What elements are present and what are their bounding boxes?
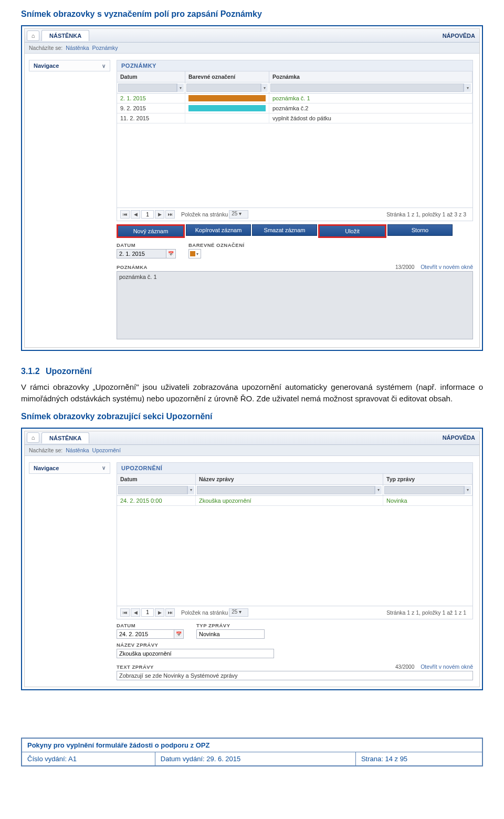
tab-nastenka[interactable]: NÁSTĚNKA: [41, 432, 89, 443]
nav-label: Navigace: [34, 465, 59, 471]
nav-label: Navigace: [34, 63, 59, 69]
color-swatch-orange: [188, 95, 266, 101]
page-last-button[interactable]: ⏭: [165, 608, 175, 617]
nav-card[interactable]: Navigace ∨: [29, 462, 110, 474]
page-next-button[interactable]: ▶: [155, 210, 164, 219]
delete-record-button[interactable]: Smazat záznam: [252, 224, 317, 236]
label-datum: DATUM: [117, 242, 176, 248]
breadcrumb-item[interactable]: Upozornění: [92, 447, 121, 453]
filter-toggle-icon[interactable]: ▾: [375, 486, 382, 494]
type-field: Novinka: [196, 629, 265, 639]
label-nazev: NÁZEV ZPRÁVY: [117, 642, 473, 648]
filter-typ[interactable]: [384, 486, 464, 494]
filter-nazev[interactable]: [197, 486, 375, 494]
filter-toggle-icon[interactable]: ▾: [187, 486, 194, 494]
cell-date: 2. 1. 2015: [117, 94, 185, 103]
name-field: Zkouška upozornění: [117, 649, 274, 658]
date-field: [117, 629, 174, 639]
pager-info: Stránka 1 z 1, položky 1 až 3 z 3: [386, 211, 466, 217]
home-icon[interactable]: ⌂: [27, 432, 39, 443]
filter-toggle-icon[interactable]: ▾: [177, 84, 184, 92]
cell-note: poznámka č. 1: [269, 94, 472, 103]
footer-title: Pokyny pro vyplnění formuláře žádosti o …: [22, 738, 482, 752]
pager-info: Stránka 1 z 1, položky 1 až 1 z 1: [386, 609, 466, 616]
nav-card[interactable]: Navigace ∨: [29, 60, 110, 71]
cell-color: [185, 94, 269, 103]
char-counter: 13/2000: [395, 264, 414, 270]
calendar-icon[interactable]: 📅: [166, 249, 176, 258]
cell-date: 9. 2. 2015: [117, 103, 185, 113]
filter-datum[interactable]: [118, 486, 187, 494]
filter-datum[interactable]: [118, 84, 177, 92]
date-field[interactable]: [117, 249, 166, 258]
filter-toggle-icon[interactable]: ▾: [464, 486, 471, 494]
open-in-new-window-link[interactable]: Otevřít v novém okně: [421, 664, 473, 670]
grid-empty-area: [117, 123, 472, 208]
page-last-button[interactable]: ⏭: [165, 210, 175, 219]
label-poznamka: POZNÁMKA: [117, 264, 148, 270]
page-prev-button[interactable]: ◀: [131, 608, 140, 617]
page-prev-button[interactable]: ◀: [131, 210, 140, 219]
panel-title: UPOZORNĚNÍ: [117, 462, 473, 474]
page-size-label: Položek na stránku: [181, 211, 228, 217]
col-header-nazev[interactable]: Název zprávy: [196, 474, 383, 484]
note-textarea[interactable]: poznámka č. 1: [117, 271, 473, 339]
chevron-down-icon: ▾: [196, 252, 198, 256]
filter-barva[interactable]: [186, 84, 261, 92]
page-next-button[interactable]: ▶: [155, 608, 164, 617]
cancel-button[interactable]: Storno: [387, 224, 453, 236]
section-number: 3.1.2: [21, 367, 40, 376]
char-counter: 43/2000: [395, 664, 414, 670]
help-link[interactable]: NÁPOVĚDA: [443, 434, 475, 441]
col-header-poznamka[interactable]: Poznámka: [269, 71, 472, 82]
col-header-barva[interactable]: Barevné označení: [185, 71, 269, 82]
breadcrumb-label: Nacházíte se:: [29, 45, 62, 51]
screenshot-poznamky: ⌂ NÁSTĚNKA NÁPOVĚDA Nacházíte se: Nástěn…: [21, 25, 483, 351]
filter-toggle-icon[interactable]: ▾: [464, 84, 471, 92]
col-header-datum[interactable]: Datum: [117, 474, 196, 484]
cell-note: poznámka č.2: [269, 103, 472, 113]
page-input[interactable]: [141, 608, 154, 617]
breadcrumb-item[interactable]: Nástěnka: [66, 45, 89, 51]
chevron-down-icon: ∨: [102, 465, 106, 471]
label-text: TEXT ZPRÁVY: [117, 664, 154, 670]
new-record-button[interactable]: Nový záznam: [118, 226, 183, 236]
chevron-down-icon: ∨: [102, 63, 106, 69]
color-swatch-cyan: [188, 105, 266, 111]
home-icon[interactable]: ⌂: [27, 30, 39, 41]
highlight-new: Nový záznam: [117, 224, 185, 238]
label-color: BAREVNÉ OZNAČENÍ: [188, 242, 245, 248]
page-first-button[interactable]: ⏮: [120, 210, 130, 219]
highlight-save: Uložit: [318, 224, 386, 238]
copy-record-button[interactable]: Kopírovat záznam: [186, 224, 251, 236]
table-row[interactable]: 2. 1. 2015 poznámka č. 1: [117, 94, 472, 103]
filter-toggle-icon[interactable]: ▾: [261, 84, 268, 92]
footer-issue: Číslo vydání: A1: [22, 752, 155, 766]
table-row[interactable]: 9. 2. 2015 poznámka č.2: [117, 103, 472, 113]
save-button[interactable]: Uložit: [320, 226, 385, 236]
table-row[interactable]: 11. 2. 2015 vyplnit žádost do pátku: [117, 113, 472, 123]
body-paragraph: V rámci obrazovky „Upozornění" jsou uživ…: [21, 381, 483, 405]
filter-poznamka[interactable]: [270, 84, 464, 92]
page-size-select[interactable]: 25 ▾: [229, 210, 248, 219]
cell-note: vyplnit žádost do pátku: [269, 113, 472, 123]
page-first-button[interactable]: ⏮: [120, 608, 130, 617]
color-select[interactable]: ▾: [188, 249, 201, 258]
breadcrumb-item[interactable]: Poznámky: [92, 45, 118, 51]
caption-2: Snímek obrazovky zobrazující sekci Upozo…: [21, 412, 483, 421]
col-header-datum[interactable]: Datum: [117, 71, 185, 82]
text-field: Zobrazují se zde Novinky a Systémové zpr…: [117, 671, 473, 680]
breadcrumb-item[interactable]: Nástěnka: [66, 447, 89, 453]
breadcrumb: Nacházíte se: Nástěnka Upozornění: [25, 445, 479, 456]
panel-title: POZNÁMKY: [117, 60, 473, 71]
table-row[interactable]: 24. 2. 2015 0:00 Zkouška upozornění Novi…: [117, 496, 472, 506]
tab-nastenka[interactable]: NÁSTĚNKA: [41, 30, 89, 41]
screenshot-upozorneni: ⌂ NÁSTĚNKA NÁPOVĚDA Nacházíte se: Nástěn…: [21, 428, 483, 690]
page-input[interactable]: [141, 210, 154, 219]
cell-type: Novinka: [383, 496, 472, 505]
open-in-new-window-link[interactable]: Otevřít v novém okně: [421, 264, 473, 270]
breadcrumb-label: Nacházíte se:: [29, 447, 62, 453]
help-link[interactable]: NÁPOVĚDA: [443, 33, 475, 39]
col-header-typ[interactable]: Typ zprávy: [383, 474, 472, 484]
page-size-select[interactable]: 25 ▾: [229, 608, 248, 617]
